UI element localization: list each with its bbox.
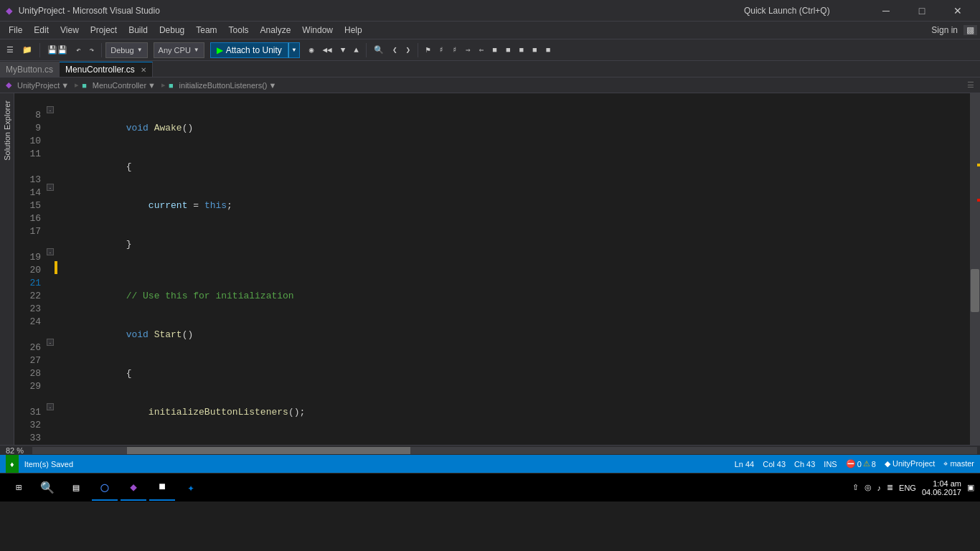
code-editor[interactable]: 8 9 10 11 13 14 15 16 17 19 20 21 22 23 … [14, 93, 980, 445]
tb-open[interactable]: 📁 [19, 42, 36, 58]
method-icon: ■ [169, 81, 174, 90]
h-scrollbar-thumb[interactable] [127, 447, 410, 454]
chrome-taskbar[interactable]: ◯ [92, 475, 118, 501]
window-maximize[interactable]: □ [905, 0, 938, 22]
menu-view[interactable]: View [55, 22, 85, 39]
error-count: 0 [857, 460, 862, 468]
tb-new-project[interactable]: ☰ [3, 42, 17, 58]
menu-debug[interactable]: Debug [154, 22, 190, 39]
tb-more1[interactable]: ■ [489, 42, 501, 58]
menu-team[interactable]: Team [190, 22, 222, 39]
attach-to-unity-button[interactable]: ▶ Attach to Unity [210, 42, 288, 58]
tb-comment[interactable]: ♯ [435, 42, 448, 58]
menu-tools[interactable]: Tools [223, 22, 255, 39]
menu-build[interactable]: Build [123, 22, 154, 39]
tray-icon-volume[interactable]: ♪ [877, 484, 882, 492]
tb-step-out[interactable]: ▲ [350, 42, 362, 58]
editor-controls: ☰ [967, 80, 974, 90]
clock[interactable]: 1:04 am 04.06.2017 [922, 479, 961, 496]
tb-sep4 [418, 43, 418, 57]
tray-icon-network[interactable]: ◎ [864, 483, 872, 492]
menu-edit[interactable]: Edit [28, 22, 55, 39]
tb-undo[interactable]: ↶ [72, 42, 85, 58]
split-editor-btn[interactable]: ☰ [967, 80, 974, 90]
collapse-14[interactable]: - [47, 184, 54, 191]
file-path-bar: ◆ UnityProject ▼ ▸ ■ MenuController ▼ ▸ … [0, 77, 980, 93]
editor-container: Solution Explorer 8 9 10 11 13 14 15 16 … [0, 93, 980, 445]
platform-dropdown[interactable]: Any CPU ▼ [154, 42, 204, 58]
code-line-8: void Awake() [59, 109, 970, 148]
tab-menucontroller-close[interactable]: ✕ [141, 66, 146, 74]
project-icon: ◆ [6, 80, 11, 90]
tb-save-all[interactable]: 💾💾 [44, 42, 71, 58]
notification-icon[interactable]: ▣ [967, 483, 974, 492]
project-name: UnityProject [892, 459, 935, 468]
tray-icon-wifi[interactable]: ≣ [887, 483, 893, 492]
tb-uncomment[interactable]: ♯ [448, 42, 461, 58]
vscode-taskbar[interactable]: ✦ [178, 475, 204, 501]
path-sep1: ▸ [75, 80, 79, 90]
profile-icon[interactable]: ▩ [963, 25, 977, 35]
menu-analyze[interactable]: Analyze [255, 22, 297, 39]
warning-icon: ⚠ [863, 459, 870, 468]
tb-more3[interactable]: ■ [516, 42, 528, 58]
search-button[interactable]: 🔍 [34, 475, 60, 501]
tb-unindent[interactable]: ⇐ [476, 42, 488, 58]
tray-icon-1[interactable]: ⇧ [852, 483, 859, 492]
tb-find[interactable]: 🔍 [370, 42, 387, 58]
debug-config-dropdown[interactable]: Debug ▼ [105, 42, 147, 58]
collapse-8[interactable]: - [47, 106, 54, 113]
start-button[interactable]: ⊞ [6, 475, 32, 501]
lang-indicator[interactable]: ENG [899, 484, 916, 492]
h-scrollbar-track[interactable] [32, 447, 977, 454]
collapse-31[interactable]: - [47, 403, 54, 410]
menu-project[interactable]: Project [85, 22, 123, 39]
path-sep2: ▸ [161, 80, 166, 90]
vs-taskbar[interactable]: ◆ [121, 475, 146, 501]
attach-dropdown-arrow[interactable]: ▼ [288, 42, 300, 58]
code-line-blank2 [59, 264, 970, 277]
method-path-dropdown[interactable]: initializeButtonListeners() ▼ [176, 80, 280, 90]
method-path-label: initializeButtonListeners() [179, 81, 268, 90]
solution-explorer-sidebar[interactable]: Solution Explorer [0, 93, 14, 445]
window-minimize[interactable]: ─ [870, 0, 903, 22]
code-content[interactable]: void Awake() { current = this; } // Use … [59, 93, 970, 445]
tb-bookmark[interactable]: ⚑ [422, 42, 434, 58]
tb-breakpoint[interactable]: ◉ [306, 42, 318, 58]
vertical-scrollbar[interactable] [970, 93, 980, 445]
menu-window[interactable]: Window [296, 22, 339, 39]
branch-indicator: ⌖ master [943, 459, 974, 468]
tb-step-in[interactable]: ▼ [337, 42, 349, 58]
time: 1:04 am [922, 479, 961, 488]
tb-navigate-back[interactable]: ❮ [389, 42, 401, 58]
tb-indent[interactable]: ⇒ [462, 42, 474, 58]
class-icon: ■ [82, 81, 87, 90]
tab-mybutton[interactable]: MyButton.cs [0, 62, 60, 77]
attach-label: Attach to Unity [226, 45, 282, 55]
tb-more2[interactable]: ■ [502, 42, 514, 58]
window-close[interactable]: ✕ [941, 0, 974, 22]
code-line-blank1 [59, 96, 970, 109]
sign-in-link[interactable]: Sign in [925, 25, 963, 35]
tab-menucontroller-label: MenuController.cs [65, 65, 135, 75]
task-view-button[interactable]: ▤ [63, 475, 89, 501]
tb-step-over[interactable]: ◀◀ [319, 42, 335, 58]
scrollbar-thumb[interactable] [971, 269, 979, 312]
play-icon: ▶ [217, 45, 223, 55]
tab-bar: MyButton.cs MenuController.cs ✕ [0, 61, 980, 77]
menu-bar: File Edit View Project Build Debug Team … [0, 22, 980, 39]
class-path-dropdown[interactable]: MenuController ▼ [90, 80, 159, 90]
tab-menucontroller[interactable]: MenuController.cs ✕ [60, 62, 153, 77]
tb-redo[interactable]: ↷ [86, 42, 98, 58]
tb-navigate-fwd[interactable]: ❯ [402, 42, 415, 58]
search-box[interactable]: Quick Launch (Ctrl+Q) [744, 6, 861, 16]
collapse-19[interactable]: - [47, 248, 54, 255]
project-path-dropdown[interactable]: UnityProject ▼ [14, 80, 72, 90]
collapse-26[interactable]: - [47, 339, 54, 346]
tb-more4[interactable]: ■ [529, 42, 541, 58]
line-indicator: Ln 44 [735, 460, 755, 468]
tb-more5[interactable]: ■ [542, 42, 555, 58]
menu-file[interactable]: File [3, 22, 28, 39]
menu-help[interactable]: Help [339, 22, 368, 39]
unity-taskbar[interactable]: ■ [149, 475, 175, 501]
